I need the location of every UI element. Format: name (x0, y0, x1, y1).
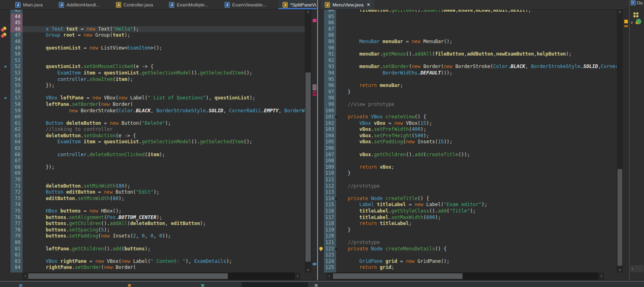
close-icon[interactable]: ✕ (367, 2, 370, 7)
line-number[interactable]: 71 (10, 183, 23, 190)
line-number[interactable]: 95 (324, 76, 336, 83)
tab-exammultiple-[interactable]: JExamMultiple... (165, 0, 213, 9)
line-number[interactable]: 52 (10, 64, 23, 70)
line-number[interactable]: 89 (324, 39, 336, 45)
line-number[interactable]: 96 (324, 83, 336, 89)
line-number[interactable]: 106 (324, 145, 336, 152)
restore-views-icon[interactable] (634, 12, 638, 17)
tab-controller-java[interactable]: JController.java (112, 0, 157, 9)
line-number[interactable]: 64 (10, 139, 23, 145)
right-hscroll-thumb[interactable] (333, 273, 462, 279)
line-number[interactable]: 83 (10, 258, 23, 265)
line-number[interactable]: 117 (324, 215, 336, 221)
line-number[interactable]: 84 (10, 264, 23, 271)
line-number[interactable]: 108 (324, 158, 336, 164)
line-number[interactable]: 44 (10, 14, 23, 20)
ruler-marker[interactable] (313, 91, 316, 93)
line-number[interactable]: 102 (324, 120, 336, 127)
scroll-down-icon[interactable]: ∨ (305, 268, 312, 273)
scroll-right-icon[interactable]: › (599, 273, 604, 280)
line-number[interactable]: 67 (10, 158, 23, 164)
rail-scrollbar[interactable]: ‹ (630, 265, 644, 272)
chevron-down-icon[interactable]: ∨ (630, 20, 633, 25)
line-number[interactable]: 87 (324, 26, 336, 33)
line-number[interactable]: 61 (10, 120, 23, 127)
line-number[interactable]: 92 (324, 58, 336, 64)
line-number[interactable]: 97 (324, 89, 336, 95)
tab-menuview-java[interactable]: JMenuView.java✕ (321, 0, 374, 9)
line-number[interactable]: 90 (324, 45, 336, 52)
ruler-marker[interactable] (313, 263, 316, 265)
line-number[interactable]: 91 (324, 51, 336, 58)
line-number[interactable]: 59 (10, 108, 23, 114)
tab--splitpanevi-[interactable]: J*SplitPaneVi...✕ (279, 0, 317, 9)
line-number[interactable]: 53 (10, 70, 23, 76)
bottom-panel-edge[interactable] (0, 280, 644, 287)
tab-additemhandl-[interactable]: JAddItemHandl... (55, 0, 103, 9)
tab-examviewable-[interactable]: JExamViewable... (221, 0, 270, 9)
left-horizontal-scrollbar[interactable]: ‹ › (23, 273, 300, 280)
line-number[interactable]: 125 (324, 264, 336, 271)
line-number[interactable]: 93 (324, 64, 336, 70)
right-horizontal-scrollbar[interactable]: ‹ › (326, 273, 604, 280)
line-number[interactable]: 77 (10, 221, 23, 227)
line-number[interactable]: 68 (10, 164, 23, 171)
line-number[interactable]: 51 (10, 58, 23, 64)
line-number[interactable]: 110 (324, 170, 336, 177)
left-hscroll-thumb[interactable] (28, 273, 228, 279)
line-number[interactable]: 56 (10, 89, 23, 95)
ruler-marker[interactable] (313, 94, 316, 96)
line-number[interactable]: 65 (10, 145, 23, 152)
line-number[interactable]: 100 (324, 108, 336, 114)
line-number[interactable]: 79 (10, 233, 23, 240)
line-number[interactable]: 45 (10, 20, 23, 26)
line-number[interactable]: 50 (10, 51, 23, 58)
line-number[interactable]: 60 (10, 114, 23, 120)
line-number[interactable]: 112 (324, 183, 336, 190)
line-number[interactable]: 62 (10, 126, 23, 133)
line-number[interactable]: 114 (324, 196, 336, 202)
line-number[interactable]: 118 (324, 221, 336, 227)
line-number[interactable]: 94 (324, 70, 336, 76)
scroll-up-icon[interactable]: ∧ (617, 10, 623, 14)
line-number[interactable]: 66 (10, 152, 23, 158)
line-number[interactable]: 74 (10, 202, 23, 208)
line-number[interactable]: 81 (10, 246, 23, 252)
line-number[interactable]: 85 (324, 14, 336, 20)
line-number[interactable]: 116 (324, 208, 336, 215)
line-number[interactable]: 98 (324, 95, 336, 101)
line-number[interactable]: 103 (324, 126, 336, 133)
line-number[interactable]: 69 (10, 170, 23, 177)
line-number[interactable]: 46 (10, 26, 23, 33)
line-number[interactable]: 119 (324, 227, 336, 233)
line-number[interactable]: 105 (324, 139, 336, 145)
line-number[interactable]: 49 (10, 45, 23, 52)
error-lightbulb-icon[interactable]: ✕ (1, 33, 6, 38)
right-overview-ruler[interactable] (624, 10, 629, 273)
line-number[interactable]: 80 (10, 240, 23, 246)
line-number[interactable]: 88 (324, 32, 336, 39)
line-number[interactable]: 84 (324, 10, 336, 14)
locked-view-icon[interactable] (636, 19, 641, 24)
scroll-left-icon[interactable]: ‹ (23, 273, 28, 280)
line-number[interactable]: 124 (324, 258, 336, 265)
left-editor[interactable]: 434445✕46 x Text text = new Text("Hello"… (0, 10, 317, 273)
lightbulb-icon[interactable] (319, 247, 323, 250)
ruler-marker[interactable] (313, 85, 316, 90)
error-lightbulb-icon[interactable]: ✕ (1, 27, 6, 32)
ruler-marker[interactable] (624, 20, 628, 23)
line-number[interactable]: 73 (10, 196, 23, 202)
line-number[interactable]: 70 (10, 177, 23, 183)
right-editor[interactable]: 84 fileButton.getItems().addAll(mNew,mSa… (318, 10, 629, 273)
line-number[interactable]: 121 (324, 240, 336, 246)
line-number[interactable]: 75 (10, 208, 23, 215)
line-number[interactable]: 111 (324, 177, 336, 183)
scroll-left-icon[interactable]: ‹ (326, 273, 332, 280)
line-number[interactable]: 43 (10, 10, 23, 14)
ruler-marker[interactable] (313, 19, 316, 22)
line-number[interactable]: 55 (10, 83, 23, 89)
line-number[interactable]: 82 (10, 252, 23, 258)
ruler-marker[interactable] (624, 25, 628, 27)
line-number[interactable]: 48 (10, 39, 23, 45)
left-overview-ruler[interactable] (312, 10, 317, 273)
